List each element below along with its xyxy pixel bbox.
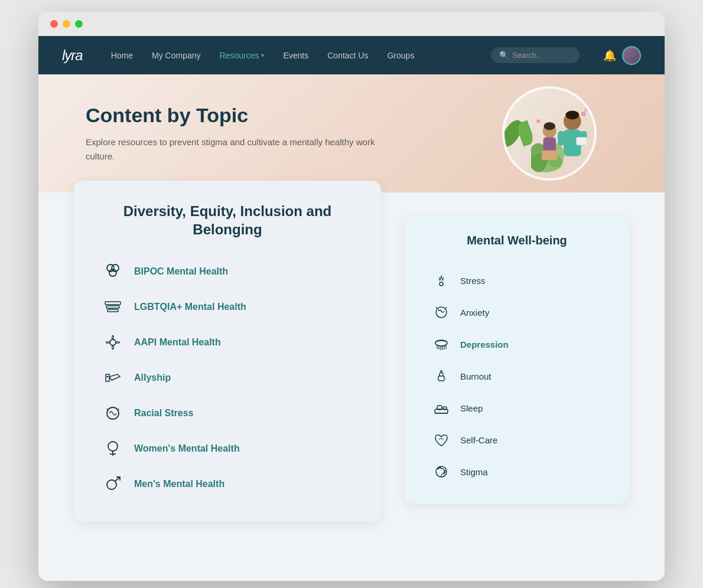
wellbeing-label: Stress [460,276,486,286]
hero-subtitle: Explore resources to prevent stigma and … [86,135,381,164]
list-item[interactable]: Self-Care [428,426,606,454]
list-item[interactable]: Racial Stress [97,397,357,430]
svg-point-31 [436,307,447,318]
svg-rect-39 [438,376,444,381]
close-button[interactable] [50,20,58,28]
nav-groups[interactable]: Groups [387,51,414,60]
svg-point-4 [544,122,556,130]
hero-content: Content by Topic Explore resources to pr… [86,104,381,164]
topic-label: Men's Mental Health [134,479,224,489]
wellbeing-label: Burnout [460,371,492,381]
womens-health-icon [102,438,123,459]
lgbtq-icon [102,296,123,318]
svg-line-29 [115,477,120,481]
svg-rect-20 [106,306,119,308]
hero-illustration [502,86,606,190]
browser-window: lyra Home My Company Resources ▾ Events … [38,12,665,581]
wellbeing-label: Anxiety [460,308,489,318]
svg-rect-19 [105,302,121,305]
allyship-icon [102,367,123,388]
aapi-icon [102,332,123,353]
minimize-button[interactable] [63,20,70,28]
list-item[interactable]: Sleep [428,394,606,422]
depression-icon [432,335,451,354]
topic-label: BIPOC Mental Health [134,266,228,277]
wellbeing-label: Depression [460,339,509,349]
svg-rect-43 [443,407,447,410]
sleep-icon [432,398,451,417]
list-item[interactable]: Women's Mental Health [97,432,357,465]
list-item[interactable]: BIPOC Mental Health [97,255,357,288]
nav-contact-us[interactable]: Contact Us [327,51,368,60]
svg-rect-10 [558,131,565,146]
racial-stress-icon [102,403,123,424]
topic-label: AAPI Mental Health [134,337,221,348]
list-item[interactable]: Stigma [428,458,606,486]
burnout-icon [432,367,451,386]
svg-point-8 [566,110,580,119]
svg-point-28 [107,480,116,489]
wellbeing-label: Stigma [460,467,488,477]
anxiety-icon [432,303,451,322]
svg-rect-21 [108,309,118,312]
nav-events[interactable]: Events [283,51,308,60]
nav-resources[interactable]: Resources ▾ [220,51,265,60]
svg-point-23 [107,376,109,378]
svg-point-15 [536,119,541,123]
svg-point-30 [440,282,443,286]
wellbeing-card-title: Mental Well-being [428,234,606,252]
navbar: lyra Home My Company Resources ▾ Events … [38,36,665,74]
list-item[interactable]: Anxiety [428,298,606,326]
list-item[interactable]: Men's Mental Health [97,468,357,501]
topic-label: Women's Mental Health [134,443,240,454]
wellbeing-label: Sleep [460,403,483,413]
notification-bell-icon[interactable]: 🔔 [603,49,616,62]
illustration-svg [531,92,594,175]
svg-rect-6 [542,151,557,160]
stress-icon [432,271,451,290]
list-item[interactable]: Allyship [97,361,357,394]
maximize-button[interactable] [75,20,83,28]
avatar[interactable] [622,46,641,65]
dei-card: Diversity, Equity, Inclusion and Belongi… [74,181,381,522]
list-item[interactable]: LGBTQIA+ Mental Health [97,290,357,324]
svg-point-46 [441,476,442,477]
list-item[interactable]: AAPI Mental Health [97,326,357,359]
hero-section: Content by Topic Explore resources to pr… [38,74,665,192]
topic-label: Racial Stress [134,408,194,419]
self-care-icon [432,430,451,449]
svg-point-14 [584,108,588,112]
dei-card-title: Diversity, Equity, Inclusion and Belongi… [97,202,357,239]
nav-my-company[interactable]: My Company [152,51,200,60]
nav-icons: 🔔 [603,46,641,65]
wellbeing-card: Mental Well-being Stress [405,216,629,504]
search-icon: 🔍 [499,51,509,60]
topic-label: LGBTQIA+ Mental Health [134,302,246,312]
page-title: Content by Topic [86,104,381,127]
search-bar[interactable]: 🔍 [491,47,580,63]
main-content: Diversity, Equity, Inclusion and Belongi… [38,192,665,581]
topic-label: Allyship [134,373,171,383]
browser-chrome [38,12,665,36]
bipoc-icon [102,261,123,282]
search-input[interactable] [512,51,571,60]
list-item[interactable]: Depression [428,330,606,358]
logo: lyra [62,47,83,64]
list-item[interactable]: Stress [428,266,606,295]
mens-health-icon [102,473,123,495]
wellbeing-list: Stress Anxiety [428,266,606,486]
wellbeing-label: Self-Care [460,435,497,445]
cards-container: Diversity, Equity, Inclusion and Belongi… [74,192,629,545]
svg-point-13 [581,112,586,116]
stigma-icon [432,462,451,481]
svg-point-22 [110,339,116,345]
svg-point-25 [108,442,118,451]
nav-home[interactable]: Home [111,51,133,60]
svg-rect-12 [577,138,587,145]
chevron-down-icon: ▾ [261,52,264,58]
topic-list: BIPOC Mental Health LGBTQIA+ Mental Heal… [97,255,357,501]
list-item[interactable]: Burnout [428,362,606,390]
